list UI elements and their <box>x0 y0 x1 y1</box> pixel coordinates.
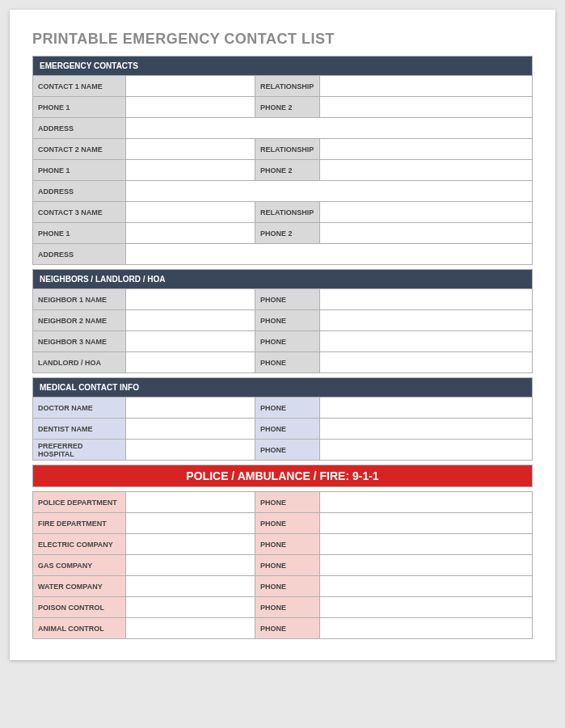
phone-value[interactable] <box>320 352 533 373</box>
contact-name-value[interactable] <box>126 139 255 160</box>
phone-value[interactable] <box>320 618 533 639</box>
phone-label: PHONE <box>255 419 320 440</box>
phone2-label: PHONE 2 <box>255 160 320 181</box>
landlord-value[interactable] <box>126 352 255 373</box>
contact-row: ADDRESS <box>33 181 533 202</box>
neighbor-row: NEIGHBOR 1 NAME PHONE <box>33 289 533 310</box>
address-value[interactable] <box>126 244 533 265</box>
phone-label: PHONE <box>255 398 320 419</box>
phone-label: PHONE <box>255 352 320 373</box>
service-row: POISON CONTROL PHONE <box>33 597 533 618</box>
phone1-label: PHONE 1 <box>33 223 126 244</box>
contact-name-value[interactable] <box>126 76 255 97</box>
phone1-label: PHONE 1 <box>33 160 126 181</box>
relationship-value[interactable] <box>320 76 533 97</box>
contact-row: CONTACT 2 NAME RELATIONSHIP <box>33 139 533 160</box>
phone1-label: PHONE 1 <box>33 97 126 118</box>
phone2-value[interactable] <box>320 97 533 118</box>
section-header-label: NEIGHBORS / LANDLORD / HOA <box>33 270 533 289</box>
phone-value[interactable] <box>320 576 533 597</box>
electric-value[interactable] <box>126 534 255 555</box>
contact-row: PHONE 1 PHONE 2 <box>33 97 533 118</box>
relationship-label: RELATIONSHIP <box>255 139 320 160</box>
phone-value[interactable] <box>320 597 533 618</box>
neighbor-name-value[interactable] <box>126 310 255 331</box>
contact-row: CONTACT 1 NAME RELATIONSHIP <box>33 76 533 97</box>
fire-value[interactable] <box>126 513 255 534</box>
phone-label: PHONE <box>255 534 320 555</box>
phone2-value[interactable] <box>320 160 533 181</box>
medical-row: DOCTOR NAME PHONE <box>33 398 533 419</box>
neighbor-name-label: NEIGHBOR 1 NAME <box>33 289 126 310</box>
phone-label: PHONE <box>255 618 320 639</box>
medical-row: DENTIST NAME PHONE <box>33 419 533 440</box>
phone-value[interactable] <box>320 555 533 576</box>
relationship-value[interactable] <box>320 202 533 223</box>
fire-label: FIRE DEPARTMENT <box>33 513 126 534</box>
police-value[interactable] <box>126 492 255 513</box>
service-row: ELECTRIC COMPANY PHONE <box>33 534 533 555</box>
gas-label: GAS COMPANY <box>33 555 126 576</box>
gas-value[interactable] <box>126 555 255 576</box>
phone-value[interactable] <box>320 440 533 461</box>
hospital-label: PREFERRED HOSPITAL <box>33 440 126 461</box>
hospital-value[interactable] <box>126 440 255 461</box>
poison-value[interactable] <box>126 597 255 618</box>
page-title: PRINTABLE EMERGENCY CONTACT LIST <box>32 31 533 48</box>
phone-label: PHONE <box>255 440 320 461</box>
contact-row: PHONE 1 PHONE 2 <box>33 160 533 181</box>
phone-label: PHONE <box>255 555 320 576</box>
contact-name-label: CONTACT 3 NAME <box>33 202 126 223</box>
phone-value[interactable] <box>320 398 533 419</box>
phone-value[interactable] <box>320 513 533 534</box>
contact-row: PHONE 1 PHONE 2 <box>33 223 533 244</box>
address-label: ADDRESS <box>33 181 126 202</box>
address-label: ADDRESS <box>33 118 126 139</box>
relationship-label: RELATIONSHIP <box>255 76 320 97</box>
phone-value[interactable] <box>320 419 533 440</box>
phone-value[interactable] <box>320 331 533 352</box>
poison-label: POISON CONTROL <box>33 597 126 618</box>
phone-value[interactable] <box>320 289 533 310</box>
phone1-value[interactable] <box>126 97 255 118</box>
relationship-value[interactable] <box>320 139 533 160</box>
phone-value[interactable] <box>320 310 533 331</box>
phone-value[interactable] <box>320 534 533 555</box>
service-row: POLICE DEPARTMENT PHONE <box>33 492 533 513</box>
phone-label: PHONE <box>255 513 320 534</box>
address-value[interactable] <box>126 118 533 139</box>
section-header-911: POLICE / AMBULANCE / FIRE: 9-1-1 <box>33 465 533 487</box>
section-header-medical: MEDICAL CONTACT INFO <box>33 378 533 398</box>
service-row: FIRE DEPARTMENT PHONE <box>33 513 533 534</box>
phone1-value[interactable] <box>126 160 255 181</box>
medical-row: PREFERRED HOSPITAL PHONE <box>33 440 533 461</box>
address-value[interactable] <box>126 181 533 202</box>
contact-name-value[interactable] <box>126 202 255 223</box>
section-header-label: MEDICAL CONTACT INFO <box>33 378 533 398</box>
neighbor-row: LANDLORD / HOA PHONE <box>33 352 533 373</box>
relationship-label: RELATIONSHIP <box>255 202 320 223</box>
section-header-label: POLICE / AMBULANCE / FIRE: 9-1-1 <box>33 465 533 487</box>
phone-label: PHONE <box>255 597 320 618</box>
service-row: WATER COMPANY PHONE <box>33 576 533 597</box>
contact-row: CONTACT 3 NAME RELATIONSHIP <box>33 202 533 223</box>
service-row: ANIMAL CONTROL PHONE <box>33 618 533 639</box>
phone-label: PHONE <box>255 289 320 310</box>
electric-label: ELECTRIC COMPANY <box>33 534 126 555</box>
phone2-label: PHONE 2 <box>255 97 320 118</box>
phone1-value[interactable] <box>126 223 255 244</box>
phone-value[interactable] <box>320 492 533 513</box>
neighbor-name-value[interactable] <box>126 331 255 352</box>
neighbor-name-value[interactable] <box>126 289 255 310</box>
dentist-value[interactable] <box>126 419 255 440</box>
contact-row: ADDRESS <box>33 244 533 265</box>
phone-label: PHONE <box>255 492 320 513</box>
neighbor-name-label: NEIGHBOR 2 NAME <box>33 310 126 331</box>
phone2-value[interactable] <box>320 223 533 244</box>
water-value[interactable] <box>126 576 255 597</box>
document-page: PRINTABLE EMERGENCY CONTACT LIST EMERGEN… <box>10 10 555 660</box>
animal-value[interactable] <box>126 618 255 639</box>
phone-label: PHONE <box>255 331 320 352</box>
doctor-value[interactable] <box>126 398 255 419</box>
service-row: GAS COMPANY PHONE <box>33 555 533 576</box>
